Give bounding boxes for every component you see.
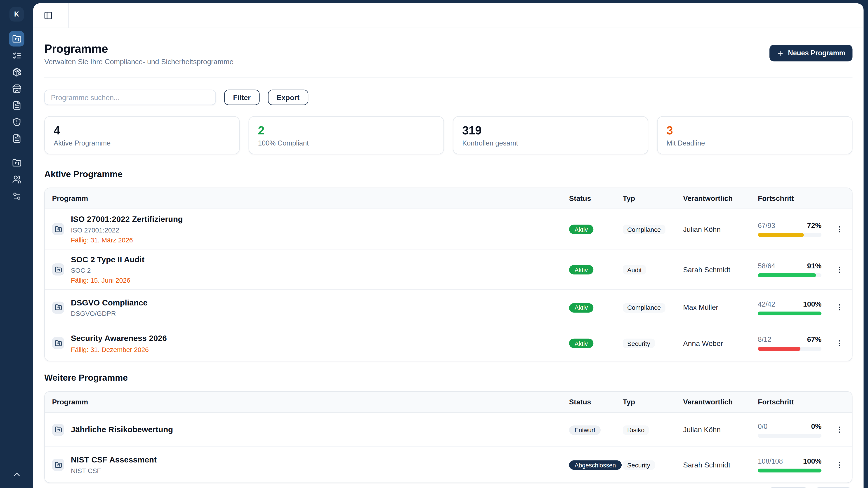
- progress-bar: [758, 273, 822, 277]
- program-name: SOC 2 Type II Audit: [71, 254, 145, 265]
- table-row[interactable]: ISO 27001:2022 Zertifizierung ISO 27001:…: [45, 209, 852, 250]
- owner-name: Julian Köhn: [683, 425, 758, 434]
- sidebar-item-policies[interactable]: [9, 97, 24, 113]
- stat-value: 2: [258, 123, 434, 138]
- folder-kanban-icon: [52, 223, 64, 235]
- column-header-program: Programm: [45, 398, 569, 406]
- progress-bar: [758, 468, 822, 473]
- row-menu-button[interactable]: [833, 301, 846, 314]
- topbar: [33, 3, 864, 28]
- program-cell: NIST CSF Assessment NIST CSF: [45, 454, 569, 475]
- program-name: DSGVO Compliance: [71, 297, 147, 308]
- sidebar-item-vendors[interactable]: [9, 81, 24, 96]
- sidebar-item-assets[interactable]: [9, 64, 24, 80]
- table-row[interactable]: Security Awareness 2026 Fällig: 31. Deze…: [45, 325, 852, 361]
- workspace-avatar: K: [9, 7, 24, 22]
- section-title-other: Weitere Programme: [44, 372, 852, 383]
- sidebar-collapse-button[interactable]: [9, 466, 24, 482]
- type-badge: Compliance: [623, 303, 665, 313]
- owner-name: Sarah Schmidt: [683, 461, 758, 469]
- sidebar-item-reports[interactable]: [9, 131, 24, 146]
- row-menu-button[interactable]: [833, 423, 846, 436]
- column-header-status: Status: [569, 398, 623, 406]
- table-row[interactable]: NIST CSF Assessment NIST CSF Abgeschloss…: [45, 447, 852, 483]
- progress-percent: 100%: [803, 457, 822, 465]
- progress-count: 8/12: [758, 336, 772, 344]
- panel-left-icon: [43, 11, 53, 20]
- topbar-separator: [68, 3, 68, 28]
- table-row[interactable]: Jährliche Risikobewertung Entwurf Risiko…: [45, 413, 852, 447]
- program-name: Jährliche Risikobewertung: [71, 424, 173, 435]
- sidebar-item-settings[interactable]: [9, 188, 24, 204]
- program-name: ISO 27001:2022 Zertifizierung: [71, 214, 183, 225]
- program-due-date: Fällig: 31. März 2026: [71, 236, 183, 245]
- kebab-menu-icon: [835, 303, 844, 312]
- progress-count: 67/93: [758, 222, 775, 230]
- progress-percent: 0%: [811, 422, 822, 430]
- page-header-text: Programme Verwalten Sie Ihre Compliance-…: [44, 41, 234, 67]
- owner-name: Max Müller: [683, 303, 758, 312]
- row-menu-button[interactable]: [833, 458, 846, 471]
- new-program-button[interactable]: Neues Programm: [770, 45, 852, 61]
- kebab-menu-icon: [835, 339, 844, 347]
- status-badge: Entwurf: [569, 425, 601, 435]
- type-badge: Security: [623, 339, 655, 348]
- table-row[interactable]: SOC 2 Type II Audit SOC 2 Fällig: 15. Ju…: [45, 250, 852, 290]
- progress-count: 42/42: [758, 300, 775, 308]
- table-row[interactable]: DSGVO Compliance DSGVO/GDPR Aktiv Compli…: [45, 290, 852, 325]
- sidebar-item-tasks[interactable]: [9, 48, 24, 63]
- sidebar-item-team[interactable]: [9, 171, 24, 187]
- new-program-label: Neues Programm: [788, 49, 845, 57]
- progress-bar-fill: [758, 273, 816, 277]
- program-text: SOC 2 Type II Audit SOC 2 Fällig: 15. Ju…: [71, 254, 145, 285]
- program-text: Jährliche Risikobewertung: [71, 424, 173, 435]
- column-header-owner: Verantwortlich: [683, 194, 758, 203]
- column-header-program: Programm: [45, 194, 569, 203]
- export-button[interactable]: Export: [268, 90, 308, 105]
- program-text: ISO 27001:2022 Zertifizierung ISO 27001:…: [71, 214, 183, 245]
- progress-percent: 72%: [807, 221, 822, 230]
- row-menu-button[interactable]: [833, 222, 846, 236]
- plus-icon: [777, 50, 784, 57]
- app-frame: K: [0, 0, 868, 488]
- folder-kanban-icon: [52, 459, 64, 471]
- users-icon: [12, 175, 22, 184]
- stat-value: 4: [54, 123, 230, 138]
- type-badge: Security: [623, 460, 655, 470]
- sidebar-item-programme[interactable]: [9, 31, 24, 46]
- program-framework: ISO 27001:2022: [71, 226, 183, 234]
- sidebar-nav-secondary: [9, 155, 24, 204]
- stat-value: 3: [666, 123, 843, 138]
- progress-count: 0/0: [758, 422, 768, 430]
- progress-cell: 58/6491%: [758, 262, 827, 277]
- status-badge: Aktiv: [569, 339, 593, 348]
- sidebar-rail: K: [0, 0, 33, 488]
- folder-kanban-icon: [52, 424, 64, 436]
- progress-bar-fill: [758, 311, 822, 315]
- stat-label: Mit Deadline: [666, 139, 843, 149]
- progress-bar-fill: [758, 347, 801, 351]
- column-header-owner: Verantwortlich: [683, 398, 758, 406]
- progress-cell: 108/108100%: [758, 457, 827, 473]
- type-badge: Audit: [623, 265, 646, 275]
- sidebar-item-risks[interactable]: [9, 114, 24, 129]
- row-menu-button[interactable]: [833, 336, 846, 350]
- filter-button[interactable]: Filter: [224, 90, 259, 105]
- status-badge: Abgeschlossen: [569, 460, 622, 470]
- progress-cell: 8/1267%: [758, 335, 827, 351]
- row-menu-button[interactable]: [833, 263, 846, 276]
- kebab-menu-icon: [835, 265, 844, 273]
- sidebar-toggle-button[interactable]: [41, 8, 55, 23]
- progress-cell: 0/00%: [758, 422, 827, 437]
- chevron-up-icon: [12, 469, 22, 479]
- progress-bar: [758, 311, 822, 315]
- program-cell: DSGVO Compliance DSGVO/GDPR: [45, 297, 569, 318]
- search-input[interactable]: [44, 90, 216, 105]
- content-window: Programme Verwalten Sie Ihre Compliance-…: [33, 3, 864, 488]
- stat-card-total-controls: 319 Kontrollen gesamt: [453, 116, 648, 154]
- page-title: Programme: [44, 41, 234, 55]
- sidebar-item-projects[interactable]: [9, 155, 24, 170]
- progress-cell: 42/42100%: [758, 300, 827, 315]
- program-cell: ISO 27001:2022 Zertifizierung ISO 27001:…: [45, 214, 569, 245]
- progress-percent: 67%: [807, 335, 822, 344]
